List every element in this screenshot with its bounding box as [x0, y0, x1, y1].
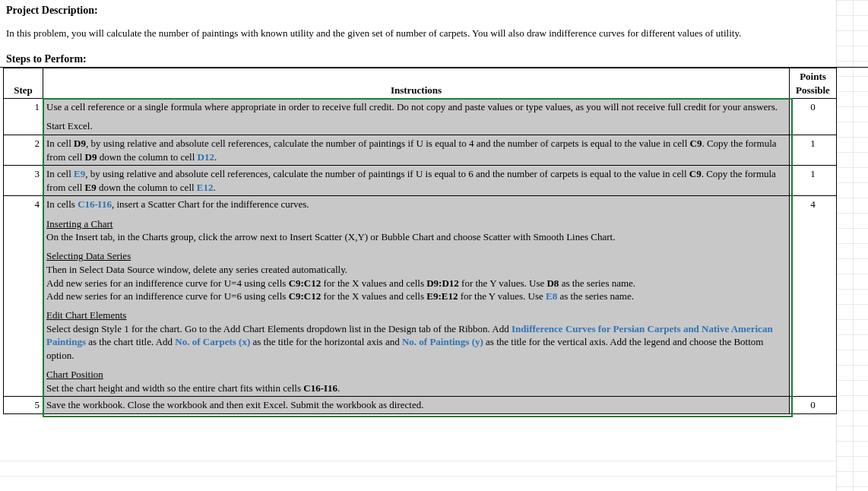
- instruction-line: Start Excel.: [46, 119, 786, 133]
- table-header-row: Step Instructions Points Possible: [4, 68, 837, 99]
- col-step-header: Step: [4, 68, 43, 99]
- instruction-line: [46, 363, 786, 369]
- instruction-line: [46, 303, 786, 309]
- instruction-line: Set the chart height and width so the en…: [46, 382, 786, 395]
- instructions-cell[interactable]: Save the workbook. Close the workbook an…: [43, 397, 790, 414]
- instruction-line: Add new series for an indifference curve…: [46, 290, 786, 303]
- spreadsheet-view: Project Description: In this problem, yo…: [0, 0, 868, 491]
- project-description: In this problem, you will calculate the …: [6, 27, 862, 40]
- instruction-line: Add new series for an indifference curve…: [46, 277, 786, 290]
- col-instructions-header: Instructions: [43, 68, 790, 99]
- instruction-line: Save the workbook. Close the workbook an…: [46, 398, 786, 412]
- instructions-cell[interactable]: Use a cell reference or a single formula…: [43, 99, 790, 135]
- instruction-line: Select design Style 1 for the chart. Go …: [46, 322, 786, 363]
- points-cell: 1: [790, 166, 837, 196]
- table-row: 5Save the workbook. Close the workbook a…: [4, 397, 837, 414]
- instruction-line: In cell E9, by using relative and absolu…: [46, 167, 786, 194]
- step-number: 4: [4, 196, 43, 397]
- step-number: 3: [4, 166, 43, 196]
- points-cell: 1: [790, 135, 837, 165]
- instructions-cell[interactable]: In cell D9, by using relative and absolu…: [43, 135, 790, 165]
- instruction-line: Inserting a Chart: [46, 217, 786, 231]
- project-title: Project Description:: [6, 5, 862, 17]
- step-number: 5: [4, 397, 43, 414]
- col-points-header: Points Possible: [790, 68, 837, 99]
- instruction-line: In cell D9, by using relative and absolu…: [46, 137, 786, 163]
- points-cell: 0: [790, 99, 837, 135]
- step-number: 2: [4, 135, 43, 165]
- instruction-line: On the Insert tab, in the Charts group, …: [46, 230, 786, 244]
- table-row: 1Use a cell reference or a single formul…: [4, 99, 837, 135]
- instruction-line: In cells C16-I16, insert a Scatter Chart…: [46, 198, 786, 211]
- points-cell: 0: [790, 397, 837, 414]
- table-row: 3In cell E9, by using relative and absol…: [4, 166, 837, 196]
- step-number: 1: [4, 99, 43, 135]
- gridlines-bottom: [0, 461, 836, 491]
- instruction-line: [46, 114, 786, 120]
- instructions-cell[interactable]: In cell E9, by using relative and absolu…: [43, 166, 790, 196]
- table-row: 2In cell D9, by using relative and absol…: [4, 135, 837, 165]
- instruction-line: Edit Chart Elements: [46, 309, 786, 322]
- table-row: 4In cells C16-I16, insert a Scatter Char…: [4, 196, 837, 397]
- instructions-cell[interactable]: In cells C16-I16, insert a Scatter Chart…: [43, 196, 790, 397]
- instruction-line: Selecting Data Series: [46, 249, 786, 263]
- project-header: Project Description: In this problem, yo…: [0, 0, 868, 53]
- instruction-line: Use a cell reference or a single formula…: [46, 100, 786, 114]
- instruction-line: Chart Position: [46, 368, 786, 382]
- steps-table: Step Instructions Points Possible 1Use a…: [3, 68, 837, 414]
- gridlines-right: [836, 0, 868, 491]
- points-cell: 4: [790, 196, 837, 397]
- steps-title: Steps to Perform:: [0, 53, 868, 68]
- instruction-line: [46, 211, 786, 217]
- instruction-line: Then in Select Data Source window, delet…: [46, 263, 786, 277]
- instruction-line: [46, 244, 786, 250]
